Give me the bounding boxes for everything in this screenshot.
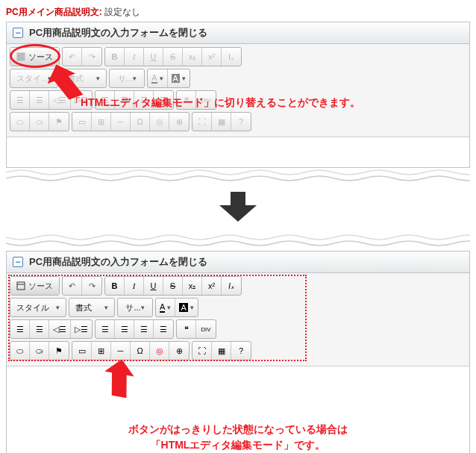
format-dropdown[interactable]: 書式▾ <box>69 299 114 316</box>
size-dropdown[interactable]: サ...▾ <box>118 299 152 316</box>
callout-line2: 「HTMLエディタ編集モード」です。 <box>7 437 469 453</box>
align-left-button[interactable]: ☰ <box>95 320 115 338</box>
strike-button[interactable]: S <box>163 48 183 66</box>
callout-line1: ボタンがはっきりした状態になっている場合は <box>7 422 469 437</box>
editor-panel-disabled: − PC用商品説明文の入力フォームを閉じる ソース ↶ ↷ B I U S x₂… <box>6 22 470 168</box>
image-button[interactable]: ▭ <box>72 342 92 360</box>
help-button[interactable]: ? <box>231 342 251 360</box>
maximize-button[interactable]: ⛶ <box>192 342 212 360</box>
italic-button[interactable]: I <box>125 277 144 295</box>
unlink-button[interactable]: ⬭̷ <box>30 342 49 360</box>
collapse-icon[interactable]: − <box>13 257 23 267</box>
image-button[interactable]: ▭ <box>72 113 92 131</box>
link-button[interactable]: ⬭ <box>10 342 30 360</box>
div-button[interactable]: DIV <box>196 320 216 338</box>
redo-button[interactable]: ↷ <box>82 48 101 66</box>
ordered-list-button[interactable]: ☰ <box>10 91 30 109</box>
remove-format-button[interactable]: Iₓ <box>222 277 241 295</box>
special-char-button[interactable]: Ω <box>131 113 150 131</box>
redo-button[interactable]: ↷ <box>82 277 101 295</box>
embed-button[interactable]: ◎ <box>150 113 169 131</box>
bold-button[interactable]: B <box>105 48 125 66</box>
indent-button[interactable]: ▷☰ <box>71 320 92 338</box>
subscript-button[interactable]: x₂ <box>183 277 202 295</box>
maximize-button[interactable]: ⛶ <box>192 113 212 131</box>
underline-button[interactable]: U <box>144 277 163 295</box>
anchor-button[interactable]: ⚑ <box>49 113 69 131</box>
bg-color-button[interactable]: A ▾ <box>175 299 197 316</box>
editor-panel-active: − PC用商品説明文の入力フォームを閉じる ソース ↶ ↷ B I U S x₂… <box>6 251 470 453</box>
table-button[interactable]: ⊞ <box>92 113 111 131</box>
wave-divider <box>6 168 470 186</box>
svg-rect-4 <box>17 282 25 290</box>
editor-body[interactable] <box>7 366 469 419</box>
subscript-button[interactable]: x₂ <box>183 48 202 66</box>
outdent-button[interactable]: ◁☰ <box>49 91 71 109</box>
style-dropdown[interactable]: スタイル▾ <box>10 299 66 316</box>
panel-title[interactable]: − PC用商品説明文の入力フォームを閉じる <box>7 252 469 273</box>
remove-format-button[interactable]: Iₓ <box>222 48 241 66</box>
strike-button[interactable]: S <box>163 277 183 295</box>
panel-title[interactable]: − PC用商品説明文の入力フォームを閉じる <box>7 22 469 44</box>
panel-title-text: PC用商品説明文の入力フォームを閉じる <box>29 255 207 269</box>
bold-button[interactable]: B <box>105 277 125 295</box>
editor-toolbar-disabled: ソース ↶ ↷ B I U S x₂ x² Iₓ スタイ...▾ 書式▾ サ..… <box>7 44 469 137</box>
show-blocks-button[interactable]: ▦ <box>212 342 231 360</box>
callout-text: 「HTMLエディタ編集モード」に切り替えることができます。 <box>70 96 360 110</box>
source-button[interactable]: ソース <box>10 277 59 295</box>
show-blocks-button[interactable]: ▦ <box>212 113 231 131</box>
underline-button[interactable]: U <box>144 48 163 66</box>
flow-arrow-icon <box>6 192 470 224</box>
panel-title-text: PC用商品説明文の入力フォームを閉じる <box>29 26 207 40</box>
italic-button[interactable]: I <box>125 48 144 66</box>
unordered-list-button[interactable]: ☰ <box>30 91 49 109</box>
text-color-button[interactable]: A ▾ <box>156 299 175 316</box>
special-char-button[interactable]: Ω <box>131 342 150 360</box>
iframe-button[interactable]: ⊕ <box>169 342 189 360</box>
unlink-button[interactable]: ⬭̷ <box>30 113 49 131</box>
justify-button[interactable]: ☰ <box>154 320 173 338</box>
hr-button[interactable]: ─ <box>111 342 131 360</box>
anchor-button[interactable]: ⚑ <box>49 342 69 360</box>
undo-button[interactable]: ↶ <box>63 277 82 295</box>
iframe-button[interactable]: ⊕ <box>169 113 189 131</box>
header-label: PC用メイン商品説明文: <box>6 7 102 17</box>
outdent-button[interactable]: ◁☰ <box>49 320 71 338</box>
header-value: 設定なし <box>104 7 140 17</box>
size-dropdown[interactable]: サ...▾ <box>110 69 144 87</box>
editor-toolbar-active: ソース ↶ ↷ B I U S x₂ x² Iₓ スタイル▾ 書式▾ サ...▾… <box>7 273 469 366</box>
text-color-button[interactable]: A ▾ <box>148 69 167 87</box>
wave-divider <box>6 230 470 248</box>
format-dropdown[interactable]: 書式▾ <box>61 69 106 87</box>
style-dropdown[interactable]: スタイ...▾ <box>10 69 57 87</box>
page-header: PC用メイン商品説明文: 設定なし <box>6 6 470 19</box>
blockquote-button[interactable]: ❝ <box>177 320 196 338</box>
bg-color-button[interactable]: A ▾ <box>168 69 190 87</box>
undo-button[interactable]: ↶ <box>63 48 82 66</box>
superscript-button[interactable]: x² <box>202 277 222 295</box>
svg-marker-3 <box>219 192 257 222</box>
superscript-button[interactable]: x² <box>202 48 222 66</box>
callout-block: ボタンがはっきりした状態になっている場合は 「HTMLエディタ編集モード」です。 <box>7 422 469 453</box>
unordered-list-button[interactable]: ☰ <box>30 320 49 338</box>
svg-rect-0 <box>17 53 25 60</box>
ordered-list-button[interactable]: ☰ <box>10 320 30 338</box>
source-button[interactable]: ソース <box>10 48 59 66</box>
help-button[interactable]: ? <box>231 113 251 131</box>
link-button[interactable]: ⬭ <box>10 113 30 131</box>
embed-button[interactable]: ◎ <box>150 342 169 360</box>
hr-button[interactable]: ─ <box>111 113 131 131</box>
align-center-button[interactable]: ☰ <box>115 320 134 338</box>
align-right-button[interactable]: ☰ <box>134 320 154 338</box>
table-button[interactable]: ⊞ <box>92 342 111 360</box>
editor-body[interactable] <box>7 137 469 167</box>
collapse-icon[interactable]: − <box>13 28 23 38</box>
